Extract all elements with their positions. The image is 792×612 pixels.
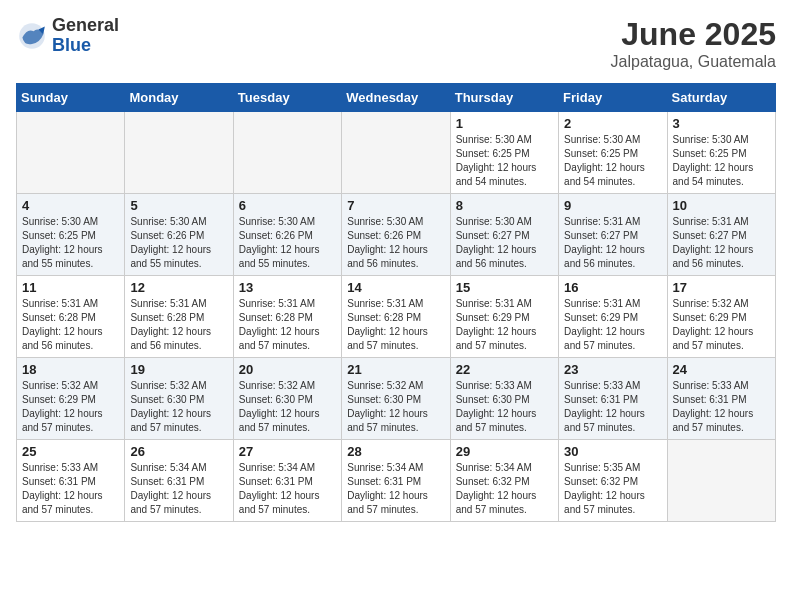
location: Jalpatagua, Guatemala <box>611 53 776 71</box>
day-info: Sunrise: 5:30 AMSunset: 6:25 PMDaylight:… <box>22 215 119 271</box>
calendar-cell: 14Sunrise: 5:31 AMSunset: 6:28 PMDayligh… <box>342 276 450 358</box>
day-number: 8 <box>456 198 553 213</box>
calendar-cell: 6Sunrise: 5:30 AMSunset: 6:26 PMDaylight… <box>233 194 341 276</box>
day-info: Sunrise: 5:30 AMSunset: 6:27 PMDaylight:… <box>456 215 553 271</box>
day-info: Sunrise: 5:33 AMSunset: 6:31 PMDaylight:… <box>673 379 770 435</box>
day-info: Sunrise: 5:31 AMSunset: 6:28 PMDaylight:… <box>239 297 336 353</box>
day-number: 5 <box>130 198 227 213</box>
calendar-cell: 19Sunrise: 5:32 AMSunset: 6:30 PMDayligh… <box>125 358 233 440</box>
calendar-cell: 20Sunrise: 5:32 AMSunset: 6:30 PMDayligh… <box>233 358 341 440</box>
day-number: 13 <box>239 280 336 295</box>
calendar-cell: 27Sunrise: 5:34 AMSunset: 6:31 PMDayligh… <box>233 440 341 522</box>
calendar-cell: 17Sunrise: 5:32 AMSunset: 6:29 PMDayligh… <box>667 276 775 358</box>
day-number: 3 <box>673 116 770 131</box>
day-number: 6 <box>239 198 336 213</box>
logo-text: General Blue <box>52 16 119 56</box>
day-info: Sunrise: 5:30 AMSunset: 6:26 PMDaylight:… <box>239 215 336 271</box>
weekday-header-monday: Monday <box>125 84 233 112</box>
logo: General Blue <box>16 16 119 56</box>
title-block: June 2025 Jalpatagua, Guatemala <box>611 16 776 71</box>
day-number: 16 <box>564 280 661 295</box>
calendar-cell: 11Sunrise: 5:31 AMSunset: 6:28 PMDayligh… <box>17 276 125 358</box>
day-number: 7 <box>347 198 444 213</box>
calendar-cell: 10Sunrise: 5:31 AMSunset: 6:27 PMDayligh… <box>667 194 775 276</box>
calendar-cell <box>342 112 450 194</box>
day-info: Sunrise: 5:32 AMSunset: 6:29 PMDaylight:… <box>673 297 770 353</box>
day-number: 9 <box>564 198 661 213</box>
day-info: Sunrise: 5:32 AMSunset: 6:30 PMDaylight:… <box>347 379 444 435</box>
day-info: Sunrise: 5:30 AMSunset: 6:25 PMDaylight:… <box>673 133 770 189</box>
day-number: 26 <box>130 444 227 459</box>
calendar-cell: 7Sunrise: 5:30 AMSunset: 6:26 PMDaylight… <box>342 194 450 276</box>
calendar-cell: 2Sunrise: 5:30 AMSunset: 6:25 PMDaylight… <box>559 112 667 194</box>
day-number: 22 <box>456 362 553 377</box>
calendar-cell: 21Sunrise: 5:32 AMSunset: 6:30 PMDayligh… <box>342 358 450 440</box>
calendar-cell: 4Sunrise: 5:30 AMSunset: 6:25 PMDaylight… <box>17 194 125 276</box>
logo-blue: Blue <box>52 36 119 56</box>
calendar-cell: 13Sunrise: 5:31 AMSunset: 6:28 PMDayligh… <box>233 276 341 358</box>
calendar-week-5: 25Sunrise: 5:33 AMSunset: 6:31 PMDayligh… <box>17 440 776 522</box>
day-info: Sunrise: 5:31 AMSunset: 6:27 PMDaylight:… <box>673 215 770 271</box>
calendar-cell: 22Sunrise: 5:33 AMSunset: 6:30 PMDayligh… <box>450 358 558 440</box>
calendar-cell <box>17 112 125 194</box>
calendar-cell: 16Sunrise: 5:31 AMSunset: 6:29 PMDayligh… <box>559 276 667 358</box>
day-info: Sunrise: 5:31 AMSunset: 6:28 PMDaylight:… <box>22 297 119 353</box>
calendar-week-3: 11Sunrise: 5:31 AMSunset: 6:28 PMDayligh… <box>17 276 776 358</box>
day-info: Sunrise: 5:31 AMSunset: 6:29 PMDaylight:… <box>564 297 661 353</box>
weekday-header-tuesday: Tuesday <box>233 84 341 112</box>
day-number: 10 <box>673 198 770 213</box>
weekday-header-thursday: Thursday <box>450 84 558 112</box>
day-info: Sunrise: 5:33 AMSunset: 6:31 PMDaylight:… <box>564 379 661 435</box>
calendar-cell: 5Sunrise: 5:30 AMSunset: 6:26 PMDaylight… <box>125 194 233 276</box>
day-number: 27 <box>239 444 336 459</box>
day-info: Sunrise: 5:30 AMSunset: 6:25 PMDaylight:… <box>456 133 553 189</box>
calendar-cell: 30Sunrise: 5:35 AMSunset: 6:32 PMDayligh… <box>559 440 667 522</box>
calendar-week-1: 1Sunrise: 5:30 AMSunset: 6:25 PMDaylight… <box>17 112 776 194</box>
weekday-header-row: SundayMondayTuesdayWednesdayThursdayFrid… <box>17 84 776 112</box>
day-info: Sunrise: 5:34 AMSunset: 6:32 PMDaylight:… <box>456 461 553 517</box>
day-info: Sunrise: 5:34 AMSunset: 6:31 PMDaylight:… <box>347 461 444 517</box>
calendar-cell: 3Sunrise: 5:30 AMSunset: 6:25 PMDaylight… <box>667 112 775 194</box>
calendar-cell <box>667 440 775 522</box>
day-info: Sunrise: 5:30 AMSunset: 6:25 PMDaylight:… <box>564 133 661 189</box>
day-info: Sunrise: 5:31 AMSunset: 6:28 PMDaylight:… <box>347 297 444 353</box>
day-info: Sunrise: 5:31 AMSunset: 6:27 PMDaylight:… <box>564 215 661 271</box>
day-info: Sunrise: 5:32 AMSunset: 6:30 PMDaylight:… <box>130 379 227 435</box>
weekday-header-friday: Friday <box>559 84 667 112</box>
calendar-cell <box>233 112 341 194</box>
weekday-header-sunday: Sunday <box>17 84 125 112</box>
day-info: Sunrise: 5:35 AMSunset: 6:32 PMDaylight:… <box>564 461 661 517</box>
day-number: 17 <box>673 280 770 295</box>
calendar-cell: 9Sunrise: 5:31 AMSunset: 6:27 PMDaylight… <box>559 194 667 276</box>
calendar-cell: 18Sunrise: 5:32 AMSunset: 6:29 PMDayligh… <box>17 358 125 440</box>
calendar-week-2: 4Sunrise: 5:30 AMSunset: 6:25 PMDaylight… <box>17 194 776 276</box>
day-number: 15 <box>456 280 553 295</box>
page-header: General Blue June 2025 Jalpatagua, Guate… <box>16 16 776 71</box>
logo-general: General <box>52 16 119 36</box>
logo-icon <box>16 20 48 52</box>
calendar-cell: 24Sunrise: 5:33 AMSunset: 6:31 PMDayligh… <box>667 358 775 440</box>
calendar: SundayMondayTuesdayWednesdayThursdayFrid… <box>16 83 776 522</box>
day-number: 28 <box>347 444 444 459</box>
day-info: Sunrise: 5:33 AMSunset: 6:31 PMDaylight:… <box>22 461 119 517</box>
day-info: Sunrise: 5:34 AMSunset: 6:31 PMDaylight:… <box>130 461 227 517</box>
day-info: Sunrise: 5:32 AMSunset: 6:30 PMDaylight:… <box>239 379 336 435</box>
day-number: 4 <box>22 198 119 213</box>
calendar-cell: 15Sunrise: 5:31 AMSunset: 6:29 PMDayligh… <box>450 276 558 358</box>
day-info: Sunrise: 5:34 AMSunset: 6:31 PMDaylight:… <box>239 461 336 517</box>
day-number: 29 <box>456 444 553 459</box>
day-number: 12 <box>130 280 227 295</box>
calendar-cell: 28Sunrise: 5:34 AMSunset: 6:31 PMDayligh… <box>342 440 450 522</box>
day-info: Sunrise: 5:32 AMSunset: 6:29 PMDaylight:… <box>22 379 119 435</box>
calendar-cell: 23Sunrise: 5:33 AMSunset: 6:31 PMDayligh… <box>559 358 667 440</box>
day-number: 23 <box>564 362 661 377</box>
calendar-cell: 25Sunrise: 5:33 AMSunset: 6:31 PMDayligh… <box>17 440 125 522</box>
day-number: 19 <box>130 362 227 377</box>
calendar-cell: 8Sunrise: 5:30 AMSunset: 6:27 PMDaylight… <box>450 194 558 276</box>
weekday-header-wednesday: Wednesday <box>342 84 450 112</box>
day-number: 2 <box>564 116 661 131</box>
calendar-cell <box>125 112 233 194</box>
day-info: Sunrise: 5:30 AMSunset: 6:26 PMDaylight:… <box>130 215 227 271</box>
day-number: 30 <box>564 444 661 459</box>
weekday-header-saturday: Saturday <box>667 84 775 112</box>
